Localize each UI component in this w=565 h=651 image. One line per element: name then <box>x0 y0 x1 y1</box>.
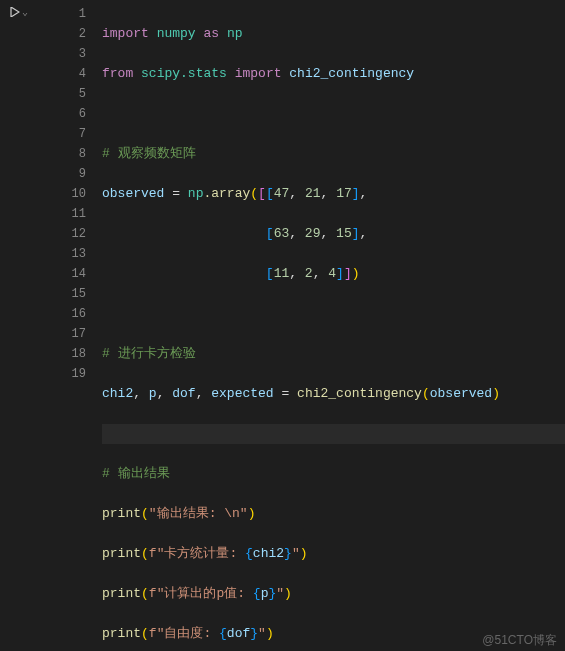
line-number-gutter: 1 2 3 4 5 6 7 8 9 10 11 12 13 14 15 16 1… <box>46 4 102 651</box>
play-icon[interactable] <box>10 7 20 17</box>
code-cell[interactable]: 1 2 3 4 5 6 7 8 9 10 11 12 13 14 15 16 1… <box>44 0 565 651</box>
watermark: @51CTO博客 <box>482 632 557 649</box>
cell-run-controls[interactable]: ⌄ <box>0 0 42 20</box>
chevron-down-icon[interactable]: ⌄ <box>22 6 28 18</box>
code-content[interactable]: import numpy as np from scipy.stats impo… <box>102 4 565 651</box>
